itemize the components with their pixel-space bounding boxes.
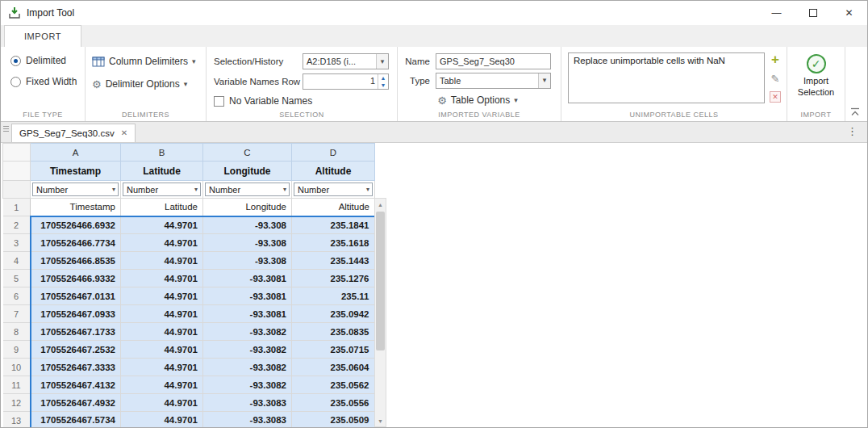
grid-cell[interactable]: 44.9701 [121,394,203,412]
column-type-dropdown[interactable]: Number▾ [123,183,201,196]
no-variable-names-option[interactable]: No Variable Names [214,94,389,108]
row-number[interactable]: 1 [3,199,31,216]
grid-cell[interactable]: 44.9701 [121,287,203,305]
column-type-dropdown[interactable]: Number▾ [294,183,373,196]
grid-cell[interactable]: 235.0835 [292,323,375,341]
selection-history-combo[interactable]: A2:D185 (i... ▾ [303,53,389,69]
scrollbar-thumb[interactable] [376,212,385,350]
combo-dropdown-button[interactable]: ▾ [376,54,388,69]
grid-cell[interactable]: Latitude [121,199,203,216]
vertical-scrollbar[interactable]: ▲ ▼ [374,198,386,427]
variable-name-header[interactable]: Altitude [292,162,375,181]
variable-name-header[interactable]: Latitude [121,162,203,181]
document-actions-menu-icon[interactable]: ⋮ [847,126,858,136]
grid-cell[interactable]: Timestamp [31,199,121,216]
grid-cell[interactable]: 235.0556 [292,394,375,412]
row-number[interactable]: 3 [3,234,31,252]
table-options-dropdown[interactable]: ⚙ Table Options ▾ [404,92,551,108]
grid-cell[interactable]: 44.9701 [121,216,203,234]
grid-cell[interactable]: Longitude [203,199,292,216]
column-delimiters-dropdown[interactable]: Column Delimiters ▾ [92,53,206,69]
row-number[interactable]: 12 [3,394,31,412]
row-number[interactable]: 6 [3,287,31,305]
grid-cell[interactable]: 44.9701 [121,252,203,270]
grid-cell[interactable]: -93.3082 [203,359,292,376]
scrollbar-down-icon[interactable]: ▼ [375,415,386,426]
radio-fixed-width[interactable]: Fixed Width [10,74,85,89]
radio-delimited[interactable]: Delimited [10,53,85,68]
grid-cell[interactable]: 1705526467.1733 [31,323,121,341]
grid-cell[interactable]: 44.9701 [121,270,203,287]
grid-cell[interactable]: 235.1841 [292,216,375,234]
grid-cell[interactable]: -93.308 [203,234,292,252]
grid-cell[interactable]: 1705526467.0131 [31,287,121,305]
grid-cell[interactable]: -93.3082 [203,323,292,341]
spinner-down-icon[interactable]: ▼ [378,82,388,89]
document-tab[interactable]: GPS_Seg7_Seq30.csv ✕ [11,124,136,142]
grid-cell[interactable]: Altitude [292,199,375,216]
collapse-ribbon-icon[interactable] [849,107,861,116]
grid-cell[interactable]: -93.3081 [203,305,292,323]
row-number[interactable]: 5 [3,270,31,287]
grid-cell[interactable]: 235.11 [292,287,375,305]
grid-cell[interactable]: 235.0509 [292,412,375,428]
scrollbar-up-icon[interactable]: ▲ [375,199,386,210]
grid-cell[interactable]: -93.3081 [203,270,292,287]
grid-cell[interactable]: 235.1618 [292,234,375,252]
row-number[interactable]: 4 [3,252,31,270]
grid-cell[interactable]: 1705526467.5734 [31,412,121,428]
grid-cell[interactable]: 1705526467.2532 [31,341,121,359]
grid-cell[interactable]: -93.308 [203,216,292,234]
delimiter-options-dropdown[interactable]: ⚙ Delimiter Options ▾ [92,76,206,92]
add-rule-icon[interactable]: + [768,53,782,66]
grid-cell[interactable]: 44.9701 [121,323,203,341]
row-number[interactable]: 7 [3,305,31,323]
grid-cell[interactable]: 235.0715 [292,341,375,359]
unimportable-rules-list[interactable]: Replace unimportable cells with NaN [568,52,765,103]
grid-cell[interactable]: 235.0562 [292,376,375,394]
row-number[interactable]: 9 [3,341,31,359]
grid-cell[interactable]: -93.3083 [203,412,292,428]
spinner-buttons[interactable]: ▲ ▼ [378,74,388,89]
minimize-icon[interactable]: — [758,1,795,25]
grid-cell[interactable]: 235.1276 [292,270,375,287]
column-header-d[interactable]: D [292,144,375,162]
delete-rule-icon[interactable]: ✕ [770,91,781,103]
tab-close-icon[interactable]: ✕ [121,129,127,137]
variable-name-field[interactable]: GPS_Seg7_Seq30 [436,53,551,69]
column-header-a[interactable]: A [31,144,121,162]
grid-cell[interactable]: 1705526466.8535 [31,252,121,270]
row-number[interactable]: 13 [3,412,31,428]
grid-cell[interactable]: -93.308 [203,252,292,270]
tab-import[interactable]: IMPORT [4,25,81,47]
grid-cell[interactable]: 1705526467.3333 [31,359,121,376]
grid-cell[interactable]: -93.3082 [203,341,292,359]
grid-cell[interactable]: 44.9701 [121,305,203,323]
row-number[interactable]: 11 [3,376,31,394]
import-selection-button[interactable]: ✓ Import Selection [787,47,845,109]
edit-rule-icon[interactable]: ✎ [768,73,782,86]
variable-name-header[interactable]: Timestamp [31,162,121,181]
no-variable-names-checkbox[interactable] [214,96,224,107]
grid-cell[interactable]: 1705526467.4932 [31,394,121,412]
combo-dropdown-button[interactable]: ▾ [538,73,550,88]
grid-cell[interactable]: 44.9701 [121,412,203,428]
close-icon[interactable]: ✕ [831,1,867,25]
maximize-icon[interactable] [795,1,831,25]
column-header-b[interactable]: B [121,144,203,162]
variable-type-dropdown[interactable]: Table ▾ [436,73,551,89]
grid-cell[interactable]: 1705526467.4132 [31,376,121,394]
row-number[interactable]: 2 [3,216,31,234]
grid-cell[interactable]: 1705526466.9332 [31,270,121,287]
grid-cell[interactable]: 1705526466.7734 [31,234,121,252]
grid-cell[interactable]: 235.0942 [292,305,375,323]
grid-cell[interactable]: -93.3083 [203,394,292,412]
grid-cell[interactable]: -93.3081 [203,287,292,305]
spinner-up-icon[interactable]: ▲ [378,74,388,82]
grid-cell[interactable]: 1705526467.0933 [31,305,121,323]
row-number[interactable]: 10 [3,359,31,376]
row-number[interactable]: 8 [3,323,31,341]
grid-cell[interactable]: 44.9701 [121,376,203,394]
grid-cell[interactable]: 235.1443 [292,252,375,270]
grid-cell[interactable]: 44.9701 [121,359,203,376]
